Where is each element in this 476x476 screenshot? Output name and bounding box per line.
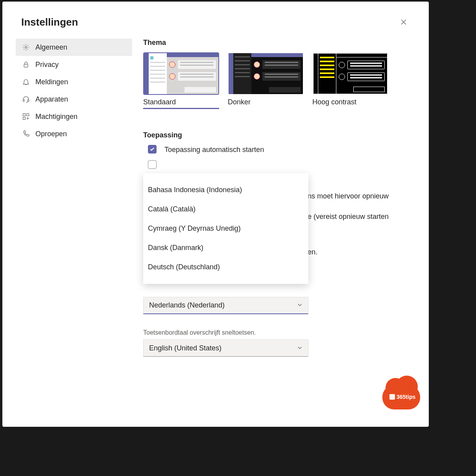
- svg-rect-4: [23, 114, 26, 116]
- theme-option-dark[interactable]: Donker: [228, 52, 304, 109]
- bell-icon: [22, 78, 30, 86]
- theme-label: Standaard: [143, 98, 219, 106]
- settings-modal: Instellingen Algemeen Privacy Meldingen …: [2, 2, 429, 427]
- modal-header: Instellingen: [2, 2, 429, 35]
- language-option[interactable]: Deutsch (Deutschland): [143, 257, 308, 277]
- application-heading: Toepassing: [143, 131, 415, 139]
- sidebar-item-calls[interactable]: Oproepen: [16, 125, 132, 143]
- sidebar-item-privacy[interactable]: Privacy: [16, 56, 132, 73]
- settings-sidebar: Algemeen Privacy Meldingen Apparaten Mac…: [16, 35, 132, 357]
- phone-icon: [22, 130, 30, 138]
- svg-point-0: [25, 46, 27, 48]
- theme-label: Donker: [228, 98, 304, 106]
- sidebar-item-label: Apparaten: [35, 95, 68, 104]
- sidebar-item-general[interactable]: Algemeen: [16, 39, 132, 56]
- close-icon: [400, 19, 407, 25]
- language-dropdown-menu[interactable]: Bahasa Indonesia (Indonesia) Català (Cat…: [143, 173, 308, 284]
- language-option[interactable]: Cymraeg (Y Deyrnas Unedig): [143, 219, 308, 238]
- svg-rect-5: [27, 114, 29, 116]
- modal-title: Instellingen: [21, 16, 78, 28]
- language-select[interactable]: Nederlands (Nederland): [143, 297, 308, 314]
- language-select-value: Nederlands (Nederland): [149, 301, 225, 309]
- theme-preview-dark: [228, 52, 304, 95]
- grid-plus-icon: [22, 113, 30, 120]
- checkbox-label: Toepassing automatisch starten: [164, 145, 264, 155]
- sidebar-item-devices[interactable]: Apparaten: [16, 91, 132, 108]
- chevron-down-icon: [297, 301, 303, 309]
- theme-label: Hoog contrast: [312, 98, 388, 106]
- close-button[interactable]: [397, 16, 410, 28]
- keyboard-language-select-value: English (United States): [149, 344, 221, 352]
- language-option[interactable]: Dansk (Danmark): [143, 238, 308, 257]
- obscured-text-line3: en.: [308, 247, 317, 257]
- sidebar-item-label: Algemeen: [35, 43, 67, 52]
- sidebar-item-label: Oproepen: [35, 130, 67, 138]
- language-option[interactable]: Bahasa Indonesia (Indonesia): [143, 180, 308, 200]
- headset-icon: [22, 95, 30, 103]
- theme-selector: Standaard Donker: [143, 52, 415, 109]
- chevron-down-icon: [297, 344, 303, 352]
- sidebar-item-label: Machtigingen: [35, 113, 77, 121]
- sidebar-item-label: Meldingen: [35, 78, 68, 86]
- svg-rect-2: [23, 100, 24, 102]
- theme-preview-high-contrast: [312, 52, 388, 95]
- watermark-logo: 365tips: [382, 385, 420, 409]
- obscured-text-line1: ns moet hiervoor opnieuw: [308, 191, 389, 202]
- lock-icon: [22, 61, 30, 69]
- watermark-text: 365tips: [389, 394, 415, 400]
- office-icon: [389, 394, 395, 400]
- settings-content: Thema Standaard: [132, 35, 415, 357]
- theme-option-high-contrast[interactable]: Hoog contrast: [312, 52, 388, 109]
- sidebar-item-notifications[interactable]: Meldingen: [16, 73, 132, 91]
- checkbox-open-background[interactable]: Toepassing openen op de achtergrond: [148, 160, 415, 170]
- sidebar-item-permissions[interactable]: Machtigingen: [16, 108, 132, 125]
- theme-preview-default: [143, 52, 219, 95]
- sidebar-item-label: Privacy: [35, 61, 59, 69]
- keyboard-language-hint: Toetsenbordtaal overschrijft sneltoetsen…: [143, 329, 415, 336]
- svg-rect-6: [23, 117, 26, 120]
- svg-rect-3: [28, 100, 29, 102]
- obscured-text-line2: e (vereist opnieuw starten: [308, 211, 389, 222]
- gear-icon: [22, 43, 30, 51]
- language-option[interactable]: Català (Català): [143, 200, 308, 219]
- theme-option-default[interactable]: Standaard: [143, 52, 219, 109]
- theme-heading: Thema: [143, 39, 415, 47]
- checkbox-input[interactable]: [148, 160, 157, 169]
- svg-rect-1: [24, 64, 28, 67]
- checkbox-input[interactable]: [148, 145, 157, 154]
- checkbox-autostart[interactable]: Toepassing automatisch starten: [148, 145, 415, 155]
- keyboard-language-select[interactable]: English (United States): [143, 339, 308, 357]
